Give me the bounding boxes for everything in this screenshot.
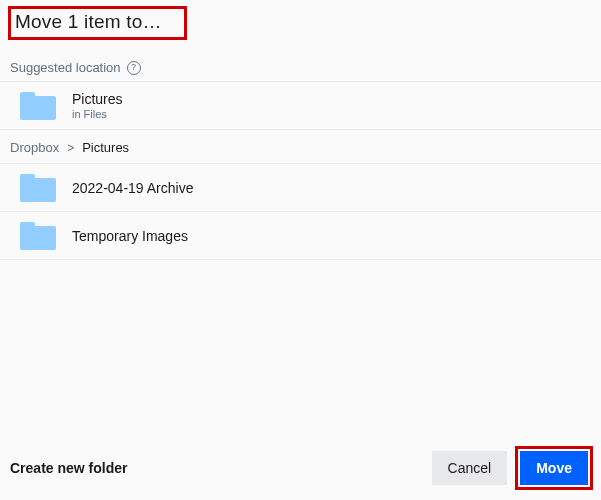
chevron-right-icon: > <box>67 141 74 155</box>
move-dialog: Move 1 item to… Suggested location ? Pic… <box>0 0 601 500</box>
dialog-title-wrap: Move 1 item to… <box>0 0 601 42</box>
dialog-footer: Create new folder Cancel Move <box>0 436 601 500</box>
move-button[interactable]: Move <box>520 451 588 485</box>
suggested-folder-row[interactable]: Pictures in Files <box>0 82 601 130</box>
help-icon[interactable]: ? <box>127 61 141 75</box>
breadcrumb-root[interactable]: Dropbox <box>10 140 59 155</box>
folder-name: 2022-04-19 Archive <box>72 180 193 196</box>
folder-icon <box>20 174 56 202</box>
suggested-folder-name: Pictures <box>72 91 123 107</box>
cancel-button[interactable]: Cancel <box>432 451 508 485</box>
folder-row[interactable]: 2022-04-19 Archive <box>0 164 601 212</box>
suggested-location-label: Suggested location <box>10 60 121 75</box>
suggested-location-header: Suggested location ? <box>0 42 601 81</box>
folder-icon <box>20 92 56 120</box>
breadcrumb: Dropbox > Pictures <box>0 130 601 163</box>
create-new-folder-button[interactable]: Create new folder <box>10 460 127 476</box>
breadcrumb-current: Pictures <box>82 140 129 155</box>
suggested-location-list: Pictures in Files <box>0 81 601 130</box>
suggested-folder-sub: in Files <box>72 108 123 120</box>
folder-list: 2022-04-19 Archive Temporary Images <box>0 163 601 260</box>
folder-icon <box>20 222 56 250</box>
move-button-highlight: Move <box>515 446 593 490</box>
folder-name: Temporary Images <box>72 228 188 244</box>
dialog-title: Move 1 item to… <box>8 6 187 40</box>
folder-row[interactable]: Temporary Images <box>0 212 601 260</box>
